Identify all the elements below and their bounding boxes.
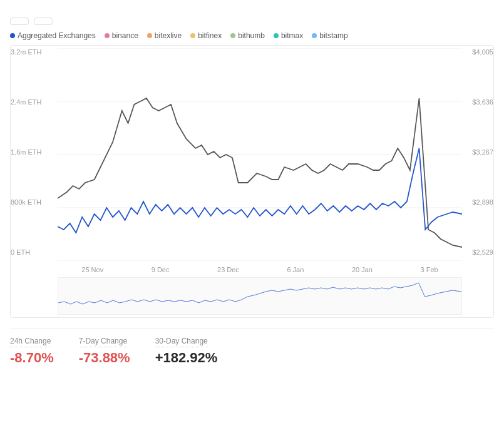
y-axis-right: $4,005$3,636$3,267$2,898$2,529 bbox=[462, 46, 493, 258]
legend-label: bitmax bbox=[281, 31, 303, 40]
legend-dot bbox=[274, 33, 279, 38]
legend-dot bbox=[10, 33, 15, 38]
legend-dot bbox=[230, 33, 235, 38]
legend-label: bitfinex bbox=[198, 31, 222, 40]
y-axis-left-label: 800k ETH bbox=[11, 198, 58, 206]
legend-item: binance bbox=[105, 31, 138, 40]
stat-item: 24h Change-8.70% bbox=[10, 335, 54, 366]
stat-value: -8.70% bbox=[10, 350, 54, 366]
y-axis-right-label: $2,529 bbox=[462, 248, 493, 256]
chart-area: 3.2m ETH2.4m ETH1.6m ETH800k ETH0 ETH $4… bbox=[10, 45, 494, 318]
y-axis-left: 3.2m ETH2.4m ETH1.6m ETH800k ETH0 ETH bbox=[11, 46, 58, 258]
legend-dot bbox=[105, 33, 110, 38]
y-axis-left-label: 3.2m ETH bbox=[11, 48, 58, 56]
legend-item: bitstamp bbox=[312, 31, 347, 40]
stat-value: -73.88% bbox=[79, 350, 130, 366]
main-chart bbox=[58, 48, 462, 263]
legend-dot bbox=[190, 33, 195, 38]
y-axis-right-label: $2,898 bbox=[462, 198, 493, 206]
x-axis-label: 9 Dec bbox=[152, 266, 170, 273]
y-axis-left-label: 0 ETH bbox=[11, 248, 58, 256]
y-axis-left-label: 2.4m ETH bbox=[11, 98, 58, 106]
y-axis-right-label: $3,636 bbox=[462, 98, 493, 106]
x-axis-label: 20 Jan bbox=[352, 266, 373, 273]
legend-label: bithumb bbox=[238, 31, 265, 40]
controls-bar bbox=[10, 18, 494, 25]
timeframe-dropdown[interactable] bbox=[10, 18, 29, 25]
currency-dropdown[interactable] bbox=[34, 18, 53, 25]
stat-value: +182.92% bbox=[155, 350, 218, 366]
stat-label: 24h Change bbox=[10, 337, 51, 347]
stat-item: 7-Day Change-73.88% bbox=[79, 335, 130, 366]
y-axis-left-label: 1.6m ETH bbox=[11, 148, 58, 156]
legend-label: Aggregated Exchanges bbox=[18, 31, 96, 40]
x-axis-label: 23 Dec bbox=[217, 266, 239, 273]
legend-label: binance bbox=[112, 31, 138, 40]
legend-item: bitfinex bbox=[190, 31, 222, 40]
legend-item: bitmax bbox=[274, 31, 303, 40]
legend-item: Aggregated Exchanges bbox=[10, 31, 96, 40]
stat-label: 30-Day Change bbox=[155, 337, 208, 347]
legend-item: bitexlive bbox=[147, 31, 182, 40]
x-axis-label: 25 Nov bbox=[81, 266, 103, 273]
legend-dot bbox=[312, 33, 317, 38]
x-axis-label: 6 Jan bbox=[287, 266, 304, 273]
legend-label: bitexlive bbox=[155, 31, 182, 40]
legend-label: bitstamp bbox=[319, 31, 347, 40]
stats-row: 24h Change-8.70%7-Day Change-73.88%30-Da… bbox=[10, 328, 494, 366]
x-axis: 25 Nov9 Dec23 Dec6 Jan20 Jan3 Feb bbox=[58, 266, 462, 273]
chart-legend: Aggregated Exchangesbinancebitexlivebitf… bbox=[10, 31, 494, 40]
y-axis-right-label: $4,005 bbox=[462, 48, 493, 56]
legend-item: bithumb bbox=[230, 31, 265, 40]
mini-chart[interactable] bbox=[58, 277, 462, 315]
legend-dot bbox=[147, 33, 152, 38]
y-axis-right-label: $3,267 bbox=[462, 148, 493, 156]
stat-label: 7-Day Change bbox=[79, 337, 127, 347]
x-axis-label: 3 Feb bbox=[421, 266, 438, 273]
stat-item: 30-Day Change+182.92% bbox=[155, 335, 218, 366]
